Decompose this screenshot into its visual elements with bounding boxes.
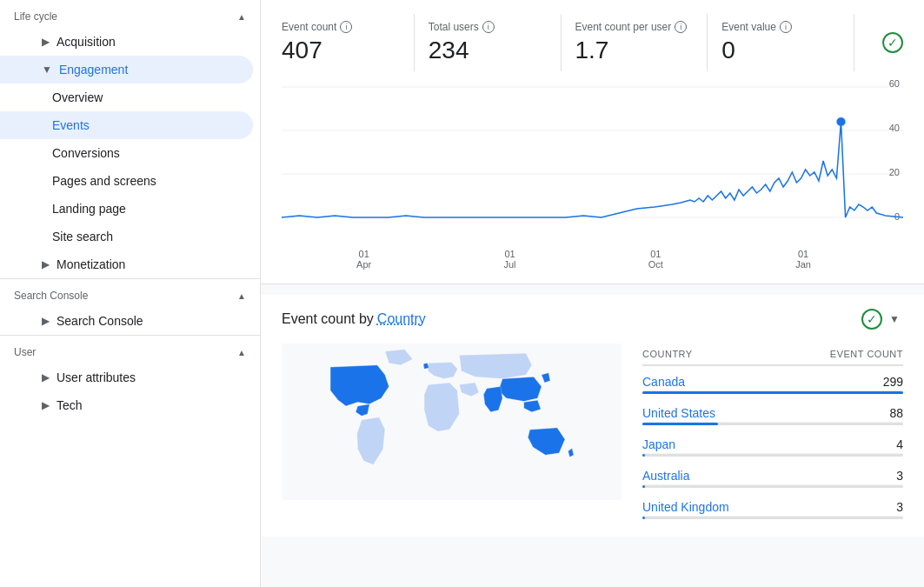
- country-name[interactable]: Japan: [642, 437, 675, 451]
- x-label-jan: 01 Jan: [795, 249, 811, 270]
- event-value-label: Event value i: [721, 21, 840, 33]
- event-count-info-icon[interactable]: i: [340, 21, 352, 33]
- country-bar-fill: [642, 454, 645, 457]
- sidebar-item-conversions-label: Conversions: [52, 146, 120, 160]
- country-bar-bg: [642, 485, 903, 488]
- country-row-data: United Kingdom 3: [642, 491, 903, 517]
- country-event-count: 4: [896, 437, 903, 451]
- sidebar-item-overview[interactable]: Overview: [0, 83, 253, 111]
- sidebar-item-landing-page[interactable]: Landing page: [0, 195, 253, 223]
- country-section: Event count by Country ✓ ▼: [261, 295, 924, 537]
- user-section-header[interactable]: User ▲: [0, 336, 260, 364]
- x-label-oct: 01 Oct: [648, 249, 663, 270]
- sidebar-item-tech[interactable]: ▶ Tech: [0, 391, 253, 419]
- section-controls: ✓ ▼: [861, 309, 903, 330]
- table-row: United States 88: [642, 397, 903, 425]
- sidebar-item-site-search-label: Site search: [52, 230, 113, 243]
- chart-x-labels: 01 Apr 01 Jul 01 Oct 01 Jan: [282, 247, 903, 270]
- acquisition-arrow-icon: ▶: [42, 36, 50, 48]
- section-title-text: Event count by Country: [282, 311, 426, 327]
- chart-y-labels: 60 40 20 0: [889, 78, 903, 222]
- stats-cards: Event count i 407 Total users i 234 Even…: [282, 14, 903, 71]
- country-section-title: Event count by Country ✓ ▼: [282, 309, 903, 330]
- country-name[interactable]: Canada: [642, 375, 685, 389]
- sidebar-item-tech-label: Tech: [57, 398, 83, 412]
- country-name[interactable]: Australia: [642, 469, 689, 483]
- check-status: ✓: [868, 14, 903, 71]
- x-label-apr: 01 Apr: [356, 249, 371, 270]
- search-console-chevron-icon: ▲: [237, 291, 246, 301]
- engagement-arrow-icon: ▼: [42, 63, 52, 76]
- sidebar-item-site-search[interactable]: Site search: [0, 223, 253, 250]
- country-row-data: United States 88: [642, 397, 903, 423]
- country-event-count: 3: [896, 500, 903, 514]
- country-bar-bg: [642, 454, 903, 457]
- x-label-jul: 01 Jul: [503, 249, 515, 270]
- y-label-0: 0: [889, 211, 900, 222]
- title-prefix: Event count by: [282, 311, 374, 327]
- country-name[interactable]: United States: [642, 406, 715, 420]
- table-row: United Kingdom 3: [642, 491, 903, 519]
- event-count-col-header: EVENT COUNT: [830, 349, 903, 359]
- country-bar-bg: [642, 423, 903, 425]
- event-value-value: 0: [721, 37, 840, 64]
- y-label-40: 40: [889, 123, 900, 133]
- chart-svg: [282, 78, 903, 252]
- country-content: COUNTRY EVENT COUNT Canada 299 United St…: [282, 344, 903, 523]
- sidebar: Life cycle ▲ ▶ Acquisition ▼ Engagement …: [0, 0, 261, 587]
- dropdown-chevron-icon: ▼: [889, 313, 900, 325]
- sidebar-item-search-console-label: Search Console: [57, 314, 143, 328]
- sidebar-item-pages-screens[interactable]: Pages and screens: [0, 167, 253, 195]
- chart-peak-dot: [836, 117, 845, 126]
- country-table-header: COUNTRY EVENT COUNT: [642, 344, 903, 366]
- table-row: Australia 3: [642, 460, 903, 488]
- sidebar-item-engagement-label: Engagement: [59, 63, 128, 77]
- event-count-value: 407: [282, 37, 400, 64]
- y-label-20: 20: [889, 167, 900, 177]
- search-console-section-header[interactable]: Search Console ▲: [0, 279, 260, 307]
- country-bar-fill: [642, 517, 645, 519]
- country-bar-bg: [642, 517, 903, 519]
- country-bar-fill: [642, 391, 903, 394]
- table-row: Japan 4: [642, 429, 903, 457]
- event-per-user-info-icon[interactable]: i: [675, 21, 687, 33]
- event-value-info-icon[interactable]: i: [780, 21, 792, 33]
- country-name[interactable]: United Kingdom: [642, 500, 729, 514]
- stat-event-count-per-user: Event count per user i 1.7: [575, 14, 708, 71]
- section-dropdown-button[interactable]: ▼: [886, 310, 903, 329]
- total-users-info-icon[interactable]: i: [482, 21, 495, 33]
- world-map-svg: [282, 344, 622, 500]
- lifecycle-section-label: Life cycle: [14, 10, 57, 23]
- country-event-count: 88: [889, 406, 903, 420]
- sidebar-item-conversions[interactable]: Conversions: [0, 139, 253, 167]
- lifecycle-section-header[interactable]: Life cycle ▲: [0, 0, 260, 28]
- sidebar-item-monetization[interactable]: ▶ Monetization: [0, 250, 253, 278]
- stats-row: Event count i 407 Total users i 234 Even…: [261, 0, 924, 284]
- stat-event-value: Event value i 0: [721, 14, 854, 71]
- section-check-icon: ✓: [861, 309, 882, 330]
- table-row: Canada 299: [642, 366, 903, 394]
- sidebar-item-monetization-label: Monetization: [57, 257, 125, 271]
- country-event-count: 3: [896, 469, 903, 483]
- check-icon: ✓: [882, 32, 903, 53]
- stat-total-users: Total users i 234: [429, 14, 562, 71]
- sidebar-item-user-attributes[interactable]: ▶ User attributes: [0, 364, 253, 391]
- lifecycle-chevron-icon: ▲: [237, 12, 246, 22]
- sidebar-item-events[interactable]: Events: [0, 111, 253, 139]
- sidebar-item-acquisition-label: Acquisition: [57, 35, 116, 49]
- country-bar-bg: [642, 391, 903, 394]
- country-row-data: Japan 4: [642, 429, 903, 454]
- sidebar-item-overview-label: Overview: [52, 90, 103, 104]
- sidebar-item-user-attributes-label: User attributes: [57, 370, 136, 384]
- country-row-data: Australia 3: [642, 460, 903, 485]
- country-rows: Canada 299 United States 88 Japan 4: [642, 366, 903, 519]
- total-users-label: Total users i: [429, 21, 547, 33]
- tech-arrow-icon: ▶: [42, 399, 50, 411]
- sidebar-item-engagement[interactable]: ▼ Engagement: [0, 56, 253, 83]
- country-link[interactable]: Country: [377, 311, 426, 327]
- sidebar-item-pages-screens-label: Pages and screens: [52, 174, 156, 188]
- sidebar-item-acquisition[interactable]: ▶ Acquisition: [0, 28, 253, 56]
- country-table: COUNTRY EVENT COUNT Canada 299 United St…: [642, 344, 903, 523]
- user-attributes-arrow-icon: ▶: [42, 371, 50, 384]
- sidebar-item-search-console[interactable]: ▶ Search Console: [0, 307, 253, 335]
